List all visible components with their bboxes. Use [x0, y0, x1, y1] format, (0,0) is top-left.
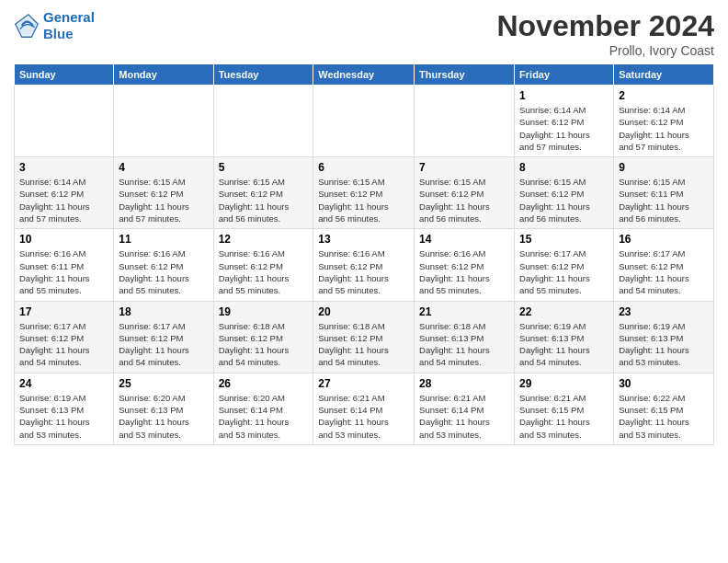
day-info: Sunrise: 6:16 AM Sunset: 6:12 PM Dayligh… [119, 247, 208, 296]
day-info: Sunrise: 6:14 AM Sunset: 6:12 PM Dayligh… [19, 176, 108, 224]
cell-w1-d2 [114, 86, 213, 157]
week-row-5: 24Sunrise: 6:19 AM Sunset: 6:13 PM Dayli… [15, 373, 714, 444]
cell-w5-d1: 24Sunrise: 6:19 AM Sunset: 6:13 PM Dayli… [15, 373, 114, 444]
day-number: 14 [419, 233, 509, 246]
day-info: Sunrise: 6:15 AM Sunset: 6:12 PM Dayligh… [119, 176, 208, 224]
cell-w5-d3: 26Sunrise: 6:20 AM Sunset: 6:14 PM Dayli… [213, 373, 313, 444]
day-number: 30 [619, 377, 709, 390]
logo-blue: Blue [43, 26, 74, 41]
cell-w3-d1: 10Sunrise: 6:16 AM Sunset: 6:11 PM Dayli… [15, 229, 114, 301]
month-title: November 2024 [496, 9, 714, 43]
cell-w2-d5: 7Sunrise: 6:15 AM Sunset: 6:12 PM Daylig… [415, 157, 515, 229]
cell-w5-d7: 30Sunrise: 6:22 AM Sunset: 6:15 PM Dayli… [614, 373, 714, 444]
cell-w3-d5: 14Sunrise: 6:16 AM Sunset: 6:12 PM Dayli… [415, 229, 515, 301]
day-number: 2 [619, 89, 709, 102]
day-info: Sunrise: 6:14 AM Sunset: 6:12 PM Dayligh… [619, 104, 709, 153]
day-number: 21 [419, 305, 509, 318]
cell-w1-d1 [15, 86, 114, 157]
day-info: Sunrise: 6:17 AM Sunset: 6:12 PM Dayligh… [519, 247, 609, 296]
week-row-3: 10Sunrise: 6:16 AM Sunset: 6:11 PM Dayli… [15, 229, 714, 301]
cell-w3-d6: 15Sunrise: 6:17 AM Sunset: 6:12 PM Dayli… [515, 229, 614, 301]
cell-w1-d6: 1Sunrise: 6:14 AM Sunset: 6:12 PM Daylig… [515, 86, 614, 157]
logo-icon [14, 13, 40, 39]
header-row: Sunday Monday Tuesday Wednesday Thursday… [15, 64, 714, 86]
cell-w5-d4: 27Sunrise: 6:21 AM Sunset: 6:14 PM Dayli… [313, 373, 415, 444]
th-sunday: Sunday [15, 64, 114, 86]
day-number: 29 [519, 377, 609, 390]
day-info: Sunrise: 6:21 AM Sunset: 6:15 PM Dayligh… [519, 392, 609, 441]
day-number: 1 [519, 89, 609, 102]
cell-w2-d3: 5Sunrise: 6:15 AM Sunset: 6:12 PM Daylig… [213, 157, 313, 229]
cell-w2-d7: 9Sunrise: 6:15 AM Sunset: 6:11 PM Daylig… [614, 157, 714, 229]
week-row-1: 1Sunrise: 6:14 AM Sunset: 6:12 PM Daylig… [15, 86, 714, 157]
day-info: Sunrise: 6:18 AM Sunset: 6:12 PM Dayligh… [219, 320, 309, 369]
day-info: Sunrise: 6:17 AM Sunset: 6:12 PM Dayligh… [119, 320, 208, 369]
day-number: 19 [219, 305, 309, 318]
day-number: 3 [19, 161, 108, 174]
day-number: 11 [119, 233, 208, 246]
day-number: 24 [19, 377, 108, 390]
cell-w1-d4 [313, 86, 415, 157]
cell-w4-d5: 21Sunrise: 6:18 AM Sunset: 6:13 PM Dayli… [415, 301, 515, 373]
day-number: 27 [318, 377, 409, 390]
day-info: Sunrise: 6:16 AM Sunset: 6:12 PM Dayligh… [419, 247, 509, 296]
th-monday: Monday [114, 64, 213, 86]
logo: General Blue [14, 9, 95, 42]
day-info: Sunrise: 6:15 AM Sunset: 6:12 PM Dayligh… [318, 176, 409, 224]
day-number: 17 [19, 305, 108, 318]
day-info: Sunrise: 6:21 AM Sunset: 6:14 PM Dayligh… [318, 392, 409, 441]
day-number: 22 [519, 305, 609, 318]
calendar-table: Sunday Monday Tuesday Wednesday Thursday… [14, 63, 714, 445]
cell-w5-d2: 25Sunrise: 6:20 AM Sunset: 6:13 PM Dayli… [114, 373, 213, 444]
day-info: Sunrise: 6:15 AM Sunset: 6:12 PM Dayligh… [419, 176, 509, 224]
day-number: 10 [19, 233, 108, 246]
day-number: 12 [219, 233, 309, 246]
day-number: 9 [619, 161, 709, 174]
cell-w2-d1: 3Sunrise: 6:14 AM Sunset: 6:12 PM Daylig… [15, 157, 114, 229]
th-tuesday: Tuesday [213, 64, 313, 86]
day-number: 28 [419, 377, 509, 390]
header: General Blue November 2024 Prollo, Ivory… [14, 9, 714, 58]
day-number: 23 [619, 305, 709, 318]
day-number: 20 [318, 305, 409, 318]
cell-w4-d3: 19Sunrise: 6:18 AM Sunset: 6:12 PM Dayli… [213, 301, 313, 373]
day-info: Sunrise: 6:18 AM Sunset: 6:13 PM Dayligh… [419, 320, 509, 369]
week-row-4: 17Sunrise: 6:17 AM Sunset: 6:12 PM Dayli… [15, 301, 714, 373]
day-number: 5 [219, 161, 309, 174]
th-saturday: Saturday [614, 64, 714, 86]
location-subtitle: Prollo, Ivory Coast [496, 43, 714, 58]
day-info: Sunrise: 6:14 AM Sunset: 6:12 PM Dayligh… [519, 104, 609, 153]
day-number: 16 [619, 233, 709, 246]
day-number: 18 [119, 305, 208, 318]
day-info: Sunrise: 6:18 AM Sunset: 6:12 PM Dayligh… [318, 320, 409, 369]
week-row-2: 3Sunrise: 6:14 AM Sunset: 6:12 PM Daylig… [15, 157, 714, 229]
logo-general: General [43, 9, 95, 25]
logo-text: General Blue [43, 9, 95, 42]
day-number: 7 [419, 161, 509, 174]
day-info: Sunrise: 6:16 AM Sunset: 6:11 PM Dayligh… [19, 247, 108, 296]
th-friday: Friday [515, 64, 614, 86]
cell-w1-d7: 2Sunrise: 6:14 AM Sunset: 6:12 PM Daylig… [614, 86, 714, 157]
day-info: Sunrise: 6:15 AM Sunset: 6:12 PM Dayligh… [519, 176, 609, 224]
day-info: Sunrise: 6:19 AM Sunset: 6:13 PM Dayligh… [19, 392, 108, 441]
cell-w4-d1: 17Sunrise: 6:17 AM Sunset: 6:12 PM Dayli… [15, 301, 114, 373]
day-number: 13 [318, 233, 409, 246]
cell-w3-d2: 11Sunrise: 6:16 AM Sunset: 6:12 PM Dayli… [114, 229, 213, 301]
day-info: Sunrise: 6:20 AM Sunset: 6:13 PM Dayligh… [119, 392, 208, 441]
cell-w1-d3 [213, 86, 313, 157]
cell-w3-d3: 12Sunrise: 6:16 AM Sunset: 6:12 PM Dayli… [213, 229, 313, 301]
cell-w1-d5 [415, 86, 515, 157]
day-info: Sunrise: 6:16 AM Sunset: 6:12 PM Dayligh… [219, 247, 309, 296]
cell-w4-d2: 18Sunrise: 6:17 AM Sunset: 6:12 PM Dayli… [114, 301, 213, 373]
day-number: 26 [219, 377, 309, 390]
day-number: 15 [519, 233, 609, 246]
cell-w4-d7: 23Sunrise: 6:19 AM Sunset: 6:13 PM Dayli… [614, 301, 714, 373]
day-info: Sunrise: 6:17 AM Sunset: 6:12 PM Dayligh… [19, 320, 108, 369]
th-wednesday: Wednesday [313, 64, 415, 86]
day-number: 4 [119, 161, 208, 174]
day-info: Sunrise: 6:22 AM Sunset: 6:15 PM Dayligh… [619, 392, 709, 441]
day-info: Sunrise: 6:17 AM Sunset: 6:12 PM Dayligh… [619, 247, 709, 296]
day-info: Sunrise: 6:20 AM Sunset: 6:14 PM Dayligh… [219, 392, 309, 441]
day-info: Sunrise: 6:15 AM Sunset: 6:12 PM Dayligh… [219, 176, 309, 224]
cell-w4-d6: 22Sunrise: 6:19 AM Sunset: 6:13 PM Dayli… [515, 301, 614, 373]
